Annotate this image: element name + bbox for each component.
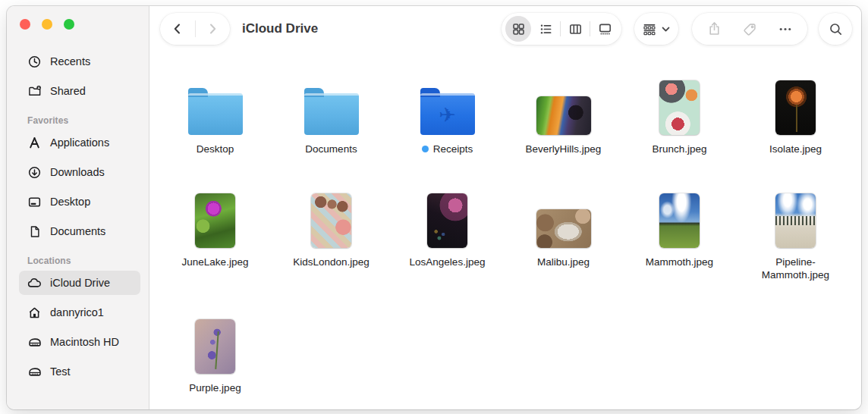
icon-view-button[interactable] <box>505 16 531 42</box>
file-label: Documents <box>305 143 357 155</box>
group-by-icon <box>642 22 657 36</box>
navigation-buttons <box>160 13 230 45</box>
image-thumbnail <box>536 96 591 135</box>
actions-group <box>692 13 807 45</box>
file-item-beverlyhills[interactable]: BeverlyHills.jpeg <box>505 71 621 155</box>
zoom-button[interactable] <box>64 19 74 30</box>
view-divider <box>560 21 561 36</box>
hard-drive-icon <box>27 334 42 350</box>
nav-divider <box>195 20 196 37</box>
file-label: LosAngeles.jpeg <box>410 256 486 268</box>
home-icon <box>27 305 42 321</box>
file-item-isolate[interactable]: Isolate.jpeg <box>737 71 854 155</box>
main-panel: iCloud Drive <box>149 6 861 409</box>
image-thumbnail <box>536 209 591 248</box>
finder-window: Recents Shared Favorites Applications Do… <box>7 6 861 409</box>
gallery-view-button[interactable] <box>592 16 618 42</box>
file-label: JuneLake.jpeg <box>182 256 249 268</box>
display-icon <box>27 194 42 210</box>
sidebar-item-shared[interactable]: Shared <box>19 79 140 103</box>
file-label: Desktop <box>197 143 234 155</box>
file-item-documents[interactable]: Documents <box>273 71 389 155</box>
folder-icon <box>304 93 359 135</box>
image-thumbnail <box>195 319 235 374</box>
file-label: Receipts <box>433 143 473 155</box>
search-button[interactable] <box>819 13 852 45</box>
sidebar-section-favorites: Favorites <box>27 115 149 126</box>
sidebar-item-label: Downloads <box>50 166 105 178</box>
close-button[interactable] <box>20 19 30 30</box>
file-item-losangeles[interactable]: LosAngeles.jpeg <box>389 184 505 281</box>
sidebar-item-applications[interactable]: Applications <box>19 130 140 155</box>
file-label: Isolate.jpeg <box>769 143 822 155</box>
file-label: Malibu.jpeg <box>537 256 590 268</box>
forward-button[interactable] <box>200 16 225 42</box>
sidebar-item-label: Macintosh HD <box>50 336 119 348</box>
airplane-icon: ✈ <box>439 105 456 125</box>
file-item-purple[interactable]: Purple.jpeg <box>157 310 273 394</box>
traffic-lights <box>7 19 149 30</box>
file-label: Pipeline-Mammoth.jpeg <box>761 256 831 281</box>
sidebar-item-label: Test <box>50 365 71 378</box>
file-item-mammoth[interactable]: Mammoth.jpeg <box>621 184 737 281</box>
file-label: Purple.jpeg <box>189 381 241 394</box>
clock-icon <box>27 54 42 70</box>
sidebar-item-macintosh-hd[interactable]: Macintosh HD <box>19 330 140 354</box>
sidebar: Recents Shared Favorites Applications Do… <box>7 6 149 409</box>
file-item-malibu[interactable]: Malibu.jpeg <box>505 184 621 281</box>
file-label: Mammoth.jpeg <box>646 256 713 268</box>
app-store-icon <box>27 135 42 151</box>
sidebar-item-label: iCloud Drive <box>50 277 110 289</box>
image-thumbnail <box>659 193 700 248</box>
chevron-down-icon <box>661 24 671 34</box>
sidebar-item-icloud-drive[interactable]: iCloud Drive <box>19 271 140 295</box>
view-divider <box>590 21 590 36</box>
sidebar-item-documents[interactable]: Documents <box>19 219 140 243</box>
image-thumbnail <box>659 80 700 135</box>
more-button[interactable] <box>772 16 798 42</box>
group-button[interactable] <box>634 13 678 45</box>
file-item-brunch[interactable]: Brunch.jpeg <box>621 71 737 155</box>
file-label: KidsLondon.jpeg <box>293 256 370 268</box>
file-grid: Desktop Documents ✈ Receipts BeverlyHill… <box>149 52 861 394</box>
document-icon <box>27 224 42 240</box>
sync-status-dot <box>422 146 429 152</box>
image-thumbnail <box>775 80 816 135</box>
window-title: iCloud Drive <box>242 21 318 36</box>
file-item-desktop[interactable]: Desktop <box>157 71 273 155</box>
tag-button[interactable] <box>737 16 763 42</box>
search-icon <box>829 22 843 36</box>
image-thumbnail <box>775 193 816 248</box>
sidebar-item-label: Shared <box>50 85 86 97</box>
sidebar-item-label: Applications <box>50 136 109 149</box>
sidebar-item-recents[interactable]: Recents <box>19 49 140 74</box>
download-circle-icon <box>27 165 42 180</box>
sidebar-item-test[interactable]: Test <box>19 359 140 384</box>
image-thumbnail <box>427 193 467 248</box>
share-button[interactable] <box>702 16 728 42</box>
minimize-button[interactable] <box>42 19 52 30</box>
back-button[interactable] <box>165 16 190 42</box>
folder-icon <box>188 93 243 135</box>
sidebar-item-label: dannyrico1 <box>50 306 104 318</box>
file-item-pipeline-mammoth[interactable]: Pipeline-Mammoth.jpeg <box>737 184 854 281</box>
sidebar-item-label: Desktop <box>50 196 90 208</box>
hard-drive-icon <box>27 364 42 380</box>
file-label: Brunch.jpeg <box>652 143 706 155</box>
file-item-kidslondon[interactable]: KidsLondon.jpeg <box>273 184 389 281</box>
column-view-button[interactable] <box>562 16 588 42</box>
sidebar-item-label: Recents <box>50 55 90 67</box>
travel-folder-icon: ✈ <box>420 93 475 135</box>
file-item-receipts[interactable]: ✈ Receipts <box>389 71 505 155</box>
shared-folder-icon <box>27 83 42 99</box>
image-thumbnail <box>311 193 351 248</box>
sidebar-item-desktop[interactable]: Desktop <box>19 190 140 214</box>
sidebar-section-locations: Locations <box>27 256 149 266</box>
view-switcher <box>502 13 621 45</box>
file-item-junelake[interactable]: JuneLake.jpeg <box>157 184 273 281</box>
cloud-icon <box>27 275 42 291</box>
list-view-button[interactable] <box>533 16 558 42</box>
image-thumbnail <box>195 193 235 248</box>
sidebar-item-dannyrico1[interactable]: dannyrico1 <box>19 300 140 325</box>
sidebar-item-downloads[interactable]: Downloads <box>19 160 140 184</box>
